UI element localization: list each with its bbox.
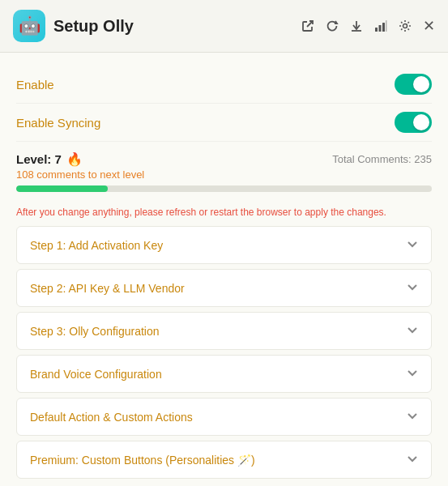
enable-label: Enable bbox=[16, 78, 54, 92]
chevron-down-icon-actions bbox=[407, 410, 418, 424]
chevron-down-icon-brand bbox=[407, 367, 418, 381]
level-row: Level: 7 🔥 Total Comments: 235 bbox=[16, 151, 432, 167]
level-section: Level: 7 🔥 Total Comments: 235 108 comme… bbox=[16, 142, 432, 197]
enable-toggle[interactable] bbox=[395, 74, 432, 95]
chevron-down-icon-step2 bbox=[407, 281, 418, 295]
progress-bar-fill bbox=[16, 185, 108, 192]
accordion-list: Step 1: Add Activation KeyStep 2: API Ke… bbox=[16, 226, 432, 484]
progress-bar-background bbox=[16, 185, 432, 192]
titlebar-icons: ✕ bbox=[301, 17, 435, 35]
level-text: Level: 7 bbox=[16, 152, 62, 166]
svg-rect-6 bbox=[386, 20, 387, 32]
accordion-item-actions: Default Action & Custom Actions bbox=[16, 398, 432, 436]
svg-line-0 bbox=[307, 21, 313, 27]
accordion-item-step1: Step 1: Add Activation Key bbox=[16, 226, 432, 264]
download-icon[interactable] bbox=[350, 19, 363, 32]
main-content: Enable Enable Syncing Level: 7 🔥 Total C… bbox=[0, 53, 448, 486]
accordion-title-premium: Premium: Custom Buttons (Personalities 🪄… bbox=[30, 454, 255, 467]
accordion-item-brand: Brand Voice Configuration bbox=[16, 355, 432, 393]
app-logo: 🤖 bbox=[13, 10, 45, 42]
refresh-icon[interactable] bbox=[326, 19, 339, 32]
chevron-down-icon-premium bbox=[407, 453, 418, 467]
accordion-header-step1[interactable]: Step 1: Add Activation Key bbox=[17, 227, 431, 263]
level-left: Level: 7 🔥 bbox=[16, 151, 83, 167]
open-external-icon[interactable] bbox=[301, 19, 314, 32]
enable-syncing-label: Enable Syncing bbox=[16, 116, 100, 130]
enable-toggle-row: Enable bbox=[16, 66, 432, 104]
accordion-header-step2[interactable]: Step 2: API Key & LLM Vendor bbox=[17, 270, 431, 306]
accordion-header-premium[interactable]: Premium: Custom Buttons (Personalities 🪄… bbox=[17, 441, 431, 478]
accordion-item-step3: Step 3: Olly Configuration bbox=[16, 312, 432, 350]
accordion-title-brand: Brand Voice Configuration bbox=[30, 368, 162, 381]
accordion-title-step3: Step 3: Olly Configuration bbox=[30, 325, 160, 338]
svg-rect-3 bbox=[375, 28, 378, 32]
comments-to-next: 108 comments to next level bbox=[16, 168, 432, 181]
enable-syncing-toggle-row: Enable Syncing bbox=[16, 104, 432, 142]
accordion-item-premium: Premium: Custom Buttons (Personalities 🪄… bbox=[16, 441, 432, 479]
chevron-down-icon-step3 bbox=[407, 324, 418, 338]
settings-icon[interactable] bbox=[399, 19, 412, 32]
svg-rect-4 bbox=[379, 25, 382, 32]
accordion-title-step2: Step 2: API Key & LLM Vendor bbox=[30, 282, 185, 295]
accordion-header-step3[interactable]: Step 3: Olly Configuration bbox=[17, 313, 431, 349]
svg-point-7 bbox=[403, 24, 407, 28]
svg-rect-5 bbox=[382, 23, 385, 32]
accordion-title-step1: Step 1: Add Activation Key bbox=[30, 239, 163, 252]
refresh-notice: After you change anything, please refres… bbox=[16, 207, 432, 218]
chevron-down-icon-step1 bbox=[407, 238, 418, 252]
accordion-item-step2: Step 2: API Key & LLM Vendor bbox=[16, 269, 432, 307]
enable-syncing-toggle[interactable] bbox=[395, 112, 432, 133]
fire-icon: 🔥 bbox=[66, 151, 83, 167]
total-comments: Total Comments: 235 bbox=[332, 153, 432, 165]
titlebar: 🤖 Setup Olly bbox=[0, 0, 448, 53]
accordion-title-actions: Default Action & Custom Actions bbox=[30, 411, 193, 424]
stats-icon[interactable] bbox=[374, 19, 387, 32]
accordion-header-actions[interactable]: Default Action & Custom Actions bbox=[17, 399, 431, 435]
close-icon[interactable]: ✕ bbox=[423, 17, 435, 35]
accordion-header-brand[interactable]: Brand Voice Configuration bbox=[17, 356, 431, 392]
app-title: Setup Olly bbox=[53, 17, 293, 36]
